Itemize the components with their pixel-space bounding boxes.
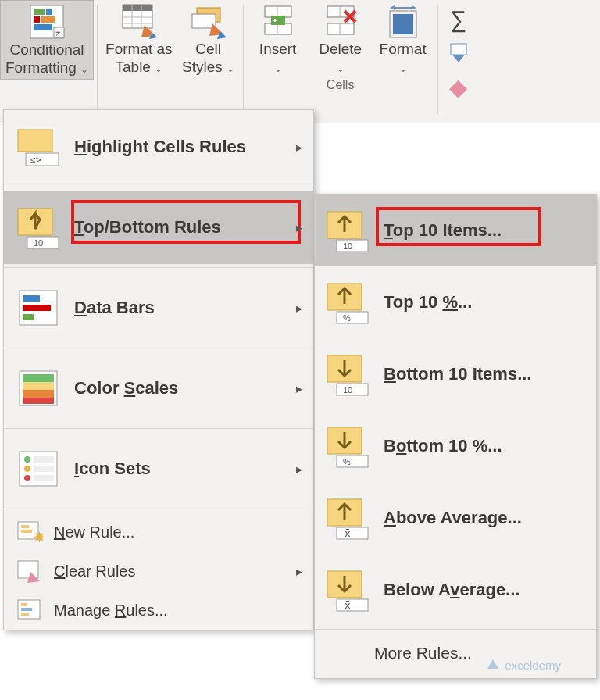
separator [438, 5, 438, 114]
svg-rect-58 [34, 456, 54, 462]
svg-point-59 [24, 466, 30, 472]
menu-label: Icon Sets [74, 459, 151, 479]
insert-icon [260, 3, 296, 39]
svg-rect-64 [21, 525, 29, 528]
chevron-down-icon: ⌄ [80, 64, 88, 75]
svg-rect-71 [21, 608, 32, 611]
format-label: Format⌄ [380, 41, 427, 77]
delete-label: Delete⌄ [319, 41, 362, 77]
icon-sets-icon [16, 447, 60, 491]
cell-styles-label: CellStyles ⌄ [182, 41, 234, 77]
separator [97, 5, 98, 114]
menu-color-scales[interactable]: Color Scales [4, 352, 313, 425]
svg-rect-4 [41, 16, 55, 23]
svg-text:10: 10 [34, 238, 43, 248]
svg-rect-26 [273, 20, 277, 21]
submenu-label: Bottom 10 %... [384, 436, 502, 456]
submenu-label: Below Average... [384, 580, 520, 600]
menu-label: Clear Rules [54, 562, 136, 580]
cells-group-label: Cells [327, 78, 355, 92]
cells-group: Insert⌄ Delete⌄ [247, 0, 434, 92]
svg-rect-55 [23, 398, 54, 404]
submenu-label: Above Average... [384, 508, 522, 528]
submenu-top10-items[interactable]: 10 Top 10 Items... [315, 195, 596, 266]
menu-data-bars[interactable]: Data Bars [4, 271, 313, 345]
submenu-top10-percent[interactable]: % Top 10 %... [315, 266, 596, 338]
sigma-icon[interactable]: ∑ [450, 6, 466, 33]
color-scales-icon [16, 366, 60, 410]
svg-text:✷: ✷ [34, 530, 43, 545]
conditional-formatting-icon: ≠ [29, 4, 65, 40]
menu-icon-sets[interactable]: Icon Sets [4, 432, 313, 505]
top-bottom-submenu: 10 Top 10 Items... % Top 10 %... 10 Bott… [314, 194, 597, 679]
top10-items-icon: 10 [326, 209, 370, 252]
svg-rect-79 [337, 312, 368, 323]
new-rule-icon: ✷ [16, 519, 43, 545]
cell-styles-button[interactable]: CellStyles ⌄ [177, 0, 240, 78]
below-average-icon: x̄ [326, 568, 370, 612]
svg-rect-91 [337, 527, 368, 539]
conditional-formatting-button[interactable]: ≠ ConditionalFormatting ⌄ [0, 0, 94, 80]
svg-rect-72 [21, 612, 29, 616]
format-button[interactable]: Format⌄ [372, 0, 434, 78]
menu-label: Color Scales [74, 378, 178, 398]
svg-rect-21 [265, 23, 291, 34]
eraser-icon[interactable]: ◆ [449, 73, 467, 101]
menu-clear-rules[interactable]: Clear Rules [4, 552, 313, 591]
menu-label: Top/Bottom Rules [74, 217, 221, 238]
menu-highlight-cells-rules[interactable]: ≤> Highlight Cells Rules [4, 110, 313, 184]
submenu-bottom10-percent[interactable]: % Bottom 10 %... [315, 410, 596, 482]
chevron-down-icon: ⌄ [227, 63, 234, 74]
svg-rect-52 [23, 374, 54, 382]
svg-text:x̄: x̄ [345, 527, 351, 539]
svg-rect-87 [337, 455, 368, 467]
svg-rect-36 [393, 14, 413, 34]
svg-text:x̄: x̄ [345, 599, 351, 611]
submenu-label: Bottom 10 Items... [384, 364, 531, 384]
format-as-table-label: Format asTable ⌄ [105, 41, 173, 77]
editing-group: ∑ ◆ [441, 0, 470, 101]
insert-button[interactable]: Insert⌄ [247, 0, 309, 78]
menu-label: Highlight Cells Rules [74, 137, 246, 157]
svg-rect-20 [265, 6, 291, 17]
bottom10-percent-icon: % [326, 424, 370, 468]
chevron-down-icon: ⌄ [337, 63, 345, 74]
svg-rect-48 [23, 295, 40, 302]
menu-label: New Rule... [54, 523, 134, 541]
svg-rect-28 [327, 23, 354, 34]
format-as-table-button[interactable]: Format asTable ⌄ [101, 0, 177, 78]
svg-rect-38 [451, 44, 466, 55]
svg-text:%: % [343, 313, 351, 323]
svg-rect-67 [18, 561, 38, 578]
svg-rect-5 [34, 24, 52, 30]
fill-down-icon[interactable] [448, 42, 470, 64]
svg-rect-49 [23, 305, 51, 311]
svg-rect-53 [23, 382, 54, 390]
menu-top-bottom-rules[interactable]: 10 Top/Bottom Rules [4, 191, 313, 264]
svg-marker-35 [412, 5, 416, 10]
svg-text:10: 10 [343, 241, 352, 251]
menu-new-rule[interactable]: ✷ New Rule... [4, 512, 313, 552]
svg-rect-65 [21, 530, 32, 533]
svg-rect-2 [46, 9, 52, 15]
insert-label: Insert⌄ [259, 41, 297, 77]
svg-rect-54 [23, 390, 54, 398]
submenu-label: Top 10 %... [384, 292, 472, 312]
submenu-above-average[interactable]: x̄ Above Average... [315, 482, 596, 554]
svg-rect-40 [18, 130, 52, 152]
submenu-label: Top 10 Items... [384, 220, 502, 241]
format-icon [385, 3, 421, 39]
submenu-below-average[interactable]: x̄ Below Average... [315, 554, 596, 626]
chevron-down-icon: ⌄ [274, 63, 282, 74]
bottom10-items-icon: 10 [326, 352, 370, 396]
svg-text:10: 10 [343, 385, 352, 395]
top10-percent-icon: % [326, 280, 370, 324]
submenu-bottom10-items[interactable]: 10 Bottom 10 Items... [315, 338, 596, 410]
menu-label: Manage Rules... [54, 602, 168, 620]
svg-marker-97 [488, 659, 498, 669]
svg-rect-62 [34, 475, 54, 481]
highlight-cells-icon: ≤> [16, 125, 60, 169]
menu-manage-rules[interactable]: Manage Rules... [4, 591, 313, 630]
svg-rect-1 [34, 9, 45, 15]
delete-button[interactable]: Delete⌄ [309, 0, 372, 78]
